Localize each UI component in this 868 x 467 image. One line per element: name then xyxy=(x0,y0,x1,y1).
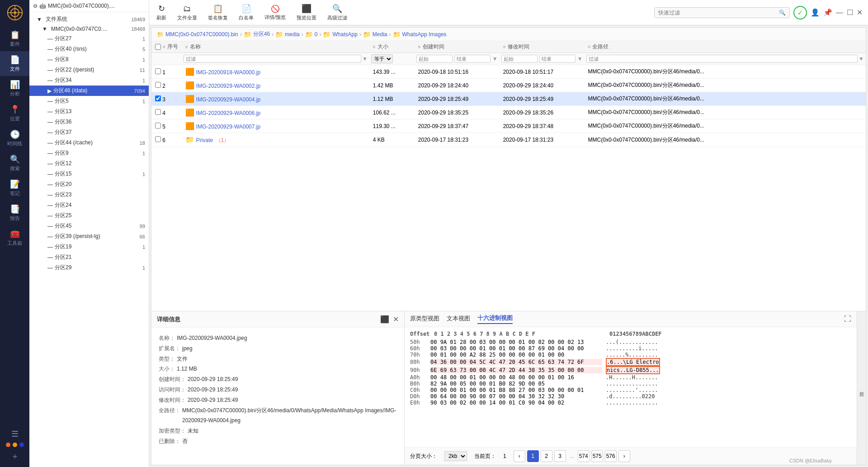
refresh-button[interactable]: ↻ 刷新 xyxy=(155,3,168,22)
sidebar-item-case[interactable]: 📋 案件 xyxy=(0,26,29,51)
tab-text[interactable]: 文本视图 xyxy=(447,315,470,324)
details-close-icon[interactable]: ✕ xyxy=(393,315,399,324)
detail-preview-button[interactable]: 🚫 详情/预览 xyxy=(263,4,288,22)
page-btn-576[interactable]: 576 xyxy=(605,450,617,462)
breadcrumb-item-3[interactable]: 0 xyxy=(315,31,318,38)
created-end-input[interactable] xyxy=(454,55,491,63)
sidebar-item-search[interactable]: 🔍 搜索 xyxy=(0,151,29,176)
table-row[interactable]: 2 🟧IMG-20200929-WA0002.jp 1.42 MB 2020-0… xyxy=(151,79,866,92)
tree-item-part36[interactable]: —分区36 xyxy=(29,117,149,127)
breadcrumb-item-5[interactable]: Media xyxy=(373,31,387,38)
breadcrumb-item-0[interactable]: MMC(0x0-0x0747C00000).bin xyxy=(165,31,238,38)
created-filter-icon[interactable]: ▼ xyxy=(492,56,498,62)
sidebar-item-report[interactable]: 📑 报告 xyxy=(0,200,29,225)
size-op-select[interactable]: 等于 xyxy=(371,54,393,63)
minimize-icon[interactable]: — xyxy=(836,9,843,17)
tree-item-filesystem[interactable]: ▼ 文件系统 18469 xyxy=(29,14,149,24)
page-size-select[interactable]: 2kb xyxy=(444,451,467,461)
tree-item-part37[interactable]: —分区37 xyxy=(29,127,149,138)
user-icon[interactable]: 👤 xyxy=(811,8,820,17)
tree-item-part46[interactable]: ▶分区46 (/data)7094 xyxy=(29,86,149,96)
table-row[interactable]: 6 📁Private （1） 4 KB 2020-09-17 18:31:23 … xyxy=(151,133,866,147)
sidebar-item-analysis[interactable]: 📊 分析 xyxy=(0,76,29,101)
tree-item-part34[interactable]: —分区341 xyxy=(29,75,149,86)
select-all-checkbox[interactable] xyxy=(155,44,161,50)
modified-filter-icon[interactable]: ▼ xyxy=(577,56,583,62)
file-link-4[interactable]: IMG-20200929-WA0007.jp xyxy=(196,124,260,130)
close-icon[interactable]: ✕ xyxy=(857,8,863,17)
table-row[interactable]: 1 🟧IMG-20200918-WA0000.jp 143.39 ... 202… xyxy=(151,65,866,79)
row-checkbox-5[interactable] xyxy=(155,136,161,142)
maximize-icon[interactable]: ☐ xyxy=(847,8,853,17)
tree-item-part13[interactable]: —分区13 xyxy=(29,106,149,117)
page-btn-2[interactable]: 2 xyxy=(541,450,552,462)
tree-item-part40[interactable]: —分区40 (/sns)5 xyxy=(29,44,149,54)
folder-link-private[interactable]: Private （1） xyxy=(196,137,229,143)
file-link-2[interactable]: IMG-20200929-WA0004.jp xyxy=(196,96,260,103)
tab-hex[interactable]: 十六进制视图 xyxy=(477,314,513,324)
row-checkbox-2[interactable] xyxy=(155,95,161,101)
search-confirm-button[interactable]: ✓ xyxy=(793,6,807,19)
sidebar-item-timeline[interactable]: 🕒 时间线 xyxy=(0,126,29,151)
pin-icon[interactable]: 📌 xyxy=(823,8,832,17)
page-btn-574[interactable]: 574 xyxy=(578,450,590,462)
breadcrumb-item-6[interactable]: WhatsApp Images xyxy=(402,31,447,38)
table-row[interactable]: 5 🟧IMG-20200929-WA0007.jp 119.30 ... 202… xyxy=(151,119,866,133)
search-input[interactable] xyxy=(658,10,779,16)
hamburger-icon[interactable]: ☰ xyxy=(11,429,19,439)
breadcrumb-item-4[interactable]: WhatsApp xyxy=(332,31,357,38)
sidebar-item-location[interactable]: 📍 位置 xyxy=(0,101,29,126)
tree-item-part20[interactable]: —分区20 xyxy=(29,179,149,190)
page-btn-575[interactable]: 575 xyxy=(591,450,603,462)
page-btn-3[interactable]: 3 xyxy=(554,450,566,462)
table-row[interactable]: 3 🟧IMG-20200929-WA0004.jp 1.12 MB 2020-0… xyxy=(151,92,866,106)
whitelist-button[interactable]: 📄 白名单 xyxy=(237,3,255,22)
modified-start-input[interactable] xyxy=(501,55,538,63)
tree-item-part29[interactable]: —分区291 xyxy=(29,262,149,273)
row-checkbox-3[interactable] xyxy=(155,109,161,115)
tree-item-part39[interactable]: —分区39 (/persist-lg)66 xyxy=(29,231,149,242)
next-page-button[interactable]: › xyxy=(618,450,630,462)
tree-item-part25[interactable]: —分区25 xyxy=(29,210,149,221)
details-toggle-icon[interactable]: ⬛ xyxy=(380,315,389,324)
page-btn-1[interactable]: 1 xyxy=(527,450,539,462)
sidebar-item-notes[interactable]: 📝 笔记 xyxy=(0,176,29,200)
tree-item-part15[interactable]: —分区151 xyxy=(29,169,149,179)
name-filter-input[interactable] xyxy=(184,55,361,63)
tree-item-part8[interactable]: —分区81 xyxy=(29,54,149,65)
row-checkbox-1[interactable] xyxy=(155,82,161,88)
tree-item-part9[interactable]: —分区91 xyxy=(29,148,149,158)
breadcrumb-item-2[interactable]: media xyxy=(285,31,300,38)
row-checkbox-4[interactable] xyxy=(155,123,161,129)
tree-item-part23[interactable]: —分区23 xyxy=(29,190,149,200)
expand-icon[interactable]: ⊖ xyxy=(33,3,38,9)
path-filter-icon[interactable]: ▼ xyxy=(859,56,864,62)
modified-end-input[interactable] xyxy=(539,55,576,63)
tree-item-part21[interactable]: —分区21 xyxy=(29,252,149,262)
tree-item-part45[interactable]: —分区4599 xyxy=(29,221,149,231)
file-link-1[interactable]: IMG-20200929-WA0002.jp xyxy=(196,83,260,89)
tree-item-part44[interactable]: —分区44 (/cache)18 xyxy=(29,138,149,148)
hex-expand-icon[interactable]: ⛶ xyxy=(844,315,851,323)
sidebar-item-toolbox[interactable]: 🧰 工具箱 xyxy=(0,225,29,250)
tree-item-mmc-root[interactable]: ▼ MMC(0x0-0x0747C0.... 18468 xyxy=(29,24,149,33)
file-link-3[interactable]: IMG-20200929-WA0006.jp xyxy=(196,110,260,116)
tree-item-part22[interactable]: —分区22 (/persist)11 xyxy=(29,65,149,75)
sidebar-item-file[interactable]: 📄 文件 xyxy=(0,51,29,76)
tree-item-part27[interactable]: —分区271 xyxy=(29,33,149,44)
row-checkbox-0[interactable] xyxy=(155,68,161,74)
prev-page-button[interactable]: ‹ xyxy=(514,450,525,462)
table-row[interactable]: 4 🟧IMG-20200929-WA0006.jp 106.62 ... 202… xyxy=(151,106,866,119)
adv-filter-button[interactable]: 🔍 高级过滤 xyxy=(326,3,349,22)
tree-item-part5[interactable]: —分区51 xyxy=(29,96,149,106)
preview-pos-button[interactable]: ⬛ 预览位置 xyxy=(295,3,318,22)
created-start-input[interactable] xyxy=(416,55,453,63)
file-link-0[interactable]: IMG-20200918-WA0000.jp xyxy=(196,69,260,76)
sign-recover-button[interactable]: 📋 签名恢复 xyxy=(206,3,230,22)
breadcrumb-item-1[interactable]: 分区46 xyxy=(253,30,270,38)
tree-item-part19[interactable]: —分区191 xyxy=(29,242,149,252)
tab-raw[interactable]: 原类型视图 xyxy=(410,315,439,324)
tree-item-part24[interactable]: —分区24 xyxy=(29,200,149,210)
add-icon[interactable]: ＋ xyxy=(11,451,19,462)
path-filter-input[interactable] xyxy=(586,55,858,63)
